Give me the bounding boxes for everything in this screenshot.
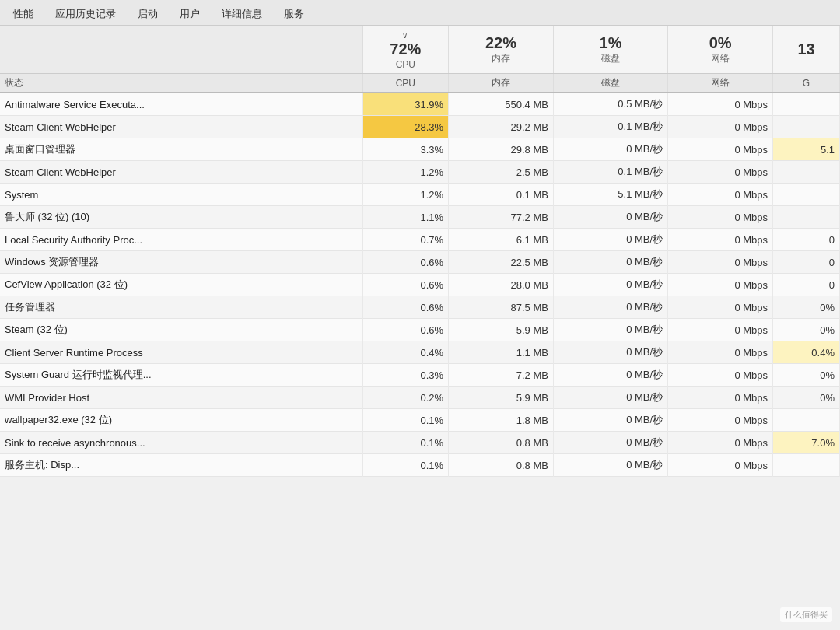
sort-arrow-icon: ∨ [402,31,408,40]
table-row[interactable]: Steam Client WebHelper1.2%2.5 MB0.1 MB/秒… [0,161,840,184]
table-row[interactable]: 服务主机: Disp...0.1%0.8 MB0 MB/秒0 Mbps [0,454,840,477]
process-cpu: 1.2% [362,161,448,184]
process-net: 0 Mbps [668,409,773,432]
process-cpu: 0.1% [362,409,448,432]
process-mem: 0.8 MB [449,454,554,477]
process-name: Local Security Authority Proc... [0,229,362,251]
tab-应用历史记录[interactable]: 应用历史记录 [45,3,126,25]
process-mem: 5.9 MB [449,319,554,341]
table-row[interactable]: wallpaper32.exe (32 位)0.1%1.8 MB0 MB/秒0 … [0,409,840,432]
process-name: Steam Client WebHelper [0,161,362,184]
net-summary-pct: 0% [673,34,768,52]
cpu-summary-pct: 72% [368,40,443,58]
summary-row: ∨ 72% CPU 22% 内存 1% 磁盘 0% 网络 13 [0,26,840,74]
process-cpu: 31.9% [362,93,448,116]
header-name[interactable]: 状态 [0,74,362,93]
process-gpu [773,161,840,184]
process-net: 0 Mbps [668,251,773,274]
process-name: 任务管理器 [0,296,362,319]
process-mem: 6.1 MB [449,229,554,251]
tab-性能[interactable]: 性能 [3,3,44,25]
process-name: System Guard 运行时监视代理... [0,364,362,387]
process-name: Steam Client WebHelper [0,116,362,138]
process-gpu [773,454,840,477]
process-net: 0 Mbps [668,364,773,387]
table-row[interactable]: Sink to receive asynchronous...0.1%0.8 M… [0,432,840,454]
process-name: Antimalware Service Executa... [0,93,362,116]
process-net: 0 Mbps [668,138,773,161]
process-gpu: 5.1 [773,138,840,161]
process-disk: 5.1 MB/秒 [553,184,667,206]
process-disk: 0.1 MB/秒 [553,161,667,184]
disk-summary-label: 磁盘 [601,53,620,64]
process-cpu: 0.3% [362,364,448,387]
table-row[interactable]: Antimalware Service Executa...31.9%550.4… [0,93,840,116]
process-name: wallpaper32.exe (32 位) [0,409,362,432]
process-cpu: 1.2% [362,184,448,206]
watermark-label: 什么值得买 [780,607,832,622]
process-disk: 0 MB/秒 [553,409,667,432]
table-row[interactable]: Client Server Runtime Process0.4%1.1 MB0… [0,341,840,364]
process-gpu: 0 [773,274,840,296]
cpu-summary-label: CPU [396,59,415,70]
tab-用户[interactable]: 用户 [170,3,210,25]
header-net[interactable]: 网络 [668,74,773,93]
table-row[interactable]: System Guard 运行时监视代理...0.3%7.2 MB0 MB/秒0… [0,364,840,387]
header-gpu[interactable]: G [773,74,840,93]
process-cpu: 1.1% [362,206,448,229]
table-row[interactable]: Local Security Authority Proc...0.7%6.1 … [0,229,840,251]
process-gpu [773,93,840,116]
process-net: 0 Mbps [668,274,773,296]
table-row[interactable]: CefView Application (32 位)0.6%28.0 MB0 M… [0,274,840,296]
process-disk: 0 MB/秒 [553,229,667,251]
header-mem[interactable]: 内存 [449,74,554,93]
process-cpu: 0.7% [362,229,448,251]
process-mem: 29.8 MB [449,138,554,161]
tab-详细信息[interactable]: 详细信息 [212,3,272,25]
process-name: Client Server Runtime Process [0,341,362,364]
table-row[interactable]: Windows 资源管理器0.6%22.5 MB0 MB/秒0 Mbps0 [0,251,840,274]
table-row[interactable]: WMI Provider Host0.2%5.9 MB0 MB/秒0 Mbps0… [0,387,840,409]
process-gpu: 0 [773,251,840,274]
header-cpu[interactable]: CPU [362,74,448,93]
process-name: System [0,184,362,206]
process-mem: 0.1 MB [449,184,554,206]
process-table-wrapper: ∨ 72% CPU 22% 内存 1% 磁盘 0% 网络 13 [0,26,840,477]
process-gpu: 0% [773,319,840,341]
table-row[interactable]: Steam Client WebHelper28.3%29.2 MB0.1 MB… [0,116,840,138]
process-cpu: 0.1% [362,432,448,454]
process-cpu: 0.6% [362,251,448,274]
process-disk: 0 MB/秒 [553,251,667,274]
table-row[interactable]: System1.2%0.1 MB5.1 MB/秒0 Mbps [0,184,840,206]
table-row[interactable]: 鲁大师 (32 位) (10)1.1%77.2 MB0 MB/秒0 Mbps [0,206,840,229]
summary-cpu-cell: ∨ 72% CPU [362,26,448,74]
table-row[interactable]: Steam (32 位)0.6%5.9 MB0 MB/秒0 Mbps0% [0,319,840,341]
process-gpu: 0% [773,296,840,319]
process-disk: 0 MB/秒 [553,364,667,387]
process-net: 0 Mbps [668,184,773,206]
process-tbody: Antimalware Service Executa...31.9%550.4… [0,93,840,477]
table-row[interactable]: 任务管理器0.6%87.5 MB0 MB/秒0 Mbps0% [0,296,840,319]
tab-启动[interactable]: 启动 [128,3,168,25]
summary-disk-cell: 1% 磁盘 [553,26,667,74]
process-disk: 0 MB/秒 [553,454,667,477]
process-disk: 0 MB/秒 [553,296,667,319]
process-name: Sink to receive asynchronous... [0,432,362,454]
process-net: 0 Mbps [668,296,773,319]
process-mem: 87.5 MB [449,296,554,319]
net-summary-label: 网络 [711,53,730,64]
process-net: 0 Mbps [668,206,773,229]
process-net: 0 Mbps [668,93,773,116]
process-gpu: 0 [773,229,840,251]
tab-服务[interactable]: 服务 [274,3,314,25]
process-cpu: 0.2% [362,387,448,409]
header-disk[interactable]: 磁盘 [553,74,667,93]
table-row[interactable]: 桌面窗口管理器3.3%29.8 MB0 MB/秒0 Mbps5.1 [0,138,840,161]
process-name: 桌面窗口管理器 [0,138,362,161]
process-mem: 1.1 MB [449,341,554,364]
summary-gpu-cell: 13 [773,26,840,74]
tab-bar: 性能应用历史记录启动用户详细信息服务 [0,0,840,26]
process-disk: 0 MB/秒 [553,432,667,454]
process-mem: 2.5 MB [449,161,554,184]
summary-mem-cell: 22% 内存 [449,26,554,74]
